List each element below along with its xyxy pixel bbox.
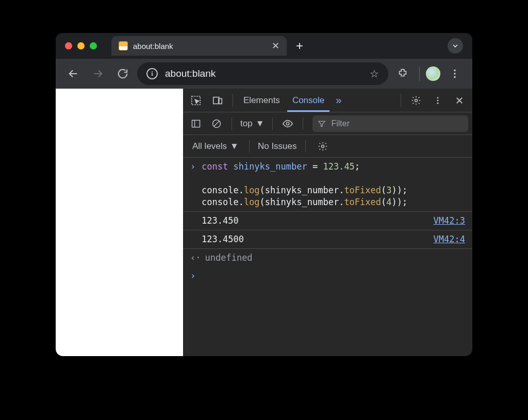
tab-overflow-button[interactable] <box>448 38 463 54</box>
minimize-window-button[interactable] <box>77 42 85 49</box>
svg-point-2 <box>454 70 456 72</box>
toolbar: i about:blank ☆ <box>56 59 472 89</box>
clear-icon <box>211 119 222 129</box>
toolbar-divider <box>419 66 420 81</box>
toggle-sidebar-button[interactable] <box>187 115 205 132</box>
log-source-link[interactable]: VM42:4 <box>434 233 465 245</box>
log-value: 123.4500 <box>202 233 244 245</box>
console-filter-input[interactable]: Filter <box>312 115 468 132</box>
log-source-link[interactable]: VM42:3 <box>434 215 465 227</box>
menu-button[interactable] <box>444 63 465 84</box>
close-window-button[interactable] <box>65 42 72 49</box>
tab-strip: about:blank ✕ + <box>56 33 472 59</box>
devtools-tab-bar: Elements Console » <box>183 89 472 112</box>
execution-context-label: top <box>240 119 253 129</box>
console-log-row: · 123.450 VM42:3 <box>183 212 472 230</box>
svg-point-18 <box>287 122 290 125</box>
kebab-icon <box>449 68 460 79</box>
caret-down-icon: ▼ <box>230 141 239 152</box>
url-text: about:blank <box>165 68 362 79</box>
svg-line-17 <box>214 121 219 126</box>
issues-label: No Issues <box>258 141 297 152</box>
log-levels-label: All levels <box>192 141 227 152</box>
svg-point-9 <box>437 97 439 98</box>
content-area: Elements Console » <box>56 89 472 356</box>
console-code: const shinyks_number = 123.45; console.l… <box>202 161 465 208</box>
svg-point-8 <box>415 99 418 102</box>
return-value: undefined <box>205 252 465 264</box>
execution-context-dropdown[interactable]: top ▼ <box>238 119 266 129</box>
chevron-down-icon <box>451 42 459 50</box>
prompt-input[interactable] <box>202 270 465 282</box>
svg-point-3 <box>454 73 456 75</box>
log-levels-dropdown[interactable]: All levels ▼ <box>190 141 241 152</box>
console-toolbar: top ▼ Filter <box>183 112 472 135</box>
reload-button[interactable] <box>112 63 133 84</box>
svg-point-20 <box>321 145 324 147</box>
svg-point-10 <box>437 99 439 101</box>
kebab-icon <box>433 96 442 105</box>
eye-icon <box>282 118 293 129</box>
input-caret-icon: › <box>190 161 197 208</box>
console-toolbar-secondary: All levels ▼ No Issues <box>183 135 472 158</box>
page-viewport[interactable] <box>56 89 183 356</box>
browser-tab[interactable]: about:blank ✕ <box>111 36 287 56</box>
sidebar-icon <box>191 119 201 129</box>
clear-console-button[interactable] <box>208 115 225 132</box>
gear-icon <box>318 141 328 152</box>
inspect-element-button[interactable] <box>186 91 206 110</box>
site-info-icon[interactable]: i <box>146 68 158 79</box>
live-expression-button[interactable] <box>279 115 296 132</box>
address-bar[interactable]: i about:blank ☆ <box>137 62 388 85</box>
prompt-caret-icon: › <box>190 270 197 282</box>
close-icon <box>455 96 464 105</box>
new-tab-button[interactable]: + <box>296 39 303 53</box>
svg-point-4 <box>454 76 456 78</box>
reload-icon <box>117 68 128 79</box>
caret-down-icon: ▼ <box>256 119 265 129</box>
console-output: › const shinyks_number = 123.45; console… <box>183 158 472 356</box>
console-return-row: ‹· undefined <box>183 249 472 267</box>
devtools-close-button[interactable] <box>450 91 469 110</box>
console-log-row: · 123.4500 VM42:4 <box>183 230 472 249</box>
extensions-button[interactable] <box>392 63 413 84</box>
devtools-menu-button[interactable] <box>428 91 448 110</box>
console-settings-button[interactable] <box>314 138 332 155</box>
log-value: 123.450 <box>202 215 239 227</box>
devtools-settings-button[interactable] <box>406 91 426 110</box>
gear-icon <box>411 95 421 106</box>
tab-title: about:blank <box>133 42 267 51</box>
browser-window: about:blank ✕ + i about:blank ☆ <box>56 33 472 356</box>
console-prompt[interactable]: › <box>183 267 472 285</box>
back-button[interactable] <box>63 63 84 84</box>
bookmark-star-icon[interactable]: ☆ <box>370 68 379 80</box>
svg-point-11 <box>437 102 439 104</box>
filter-icon <box>318 120 326 128</box>
device-icon <box>212 95 223 106</box>
tab-favicon <box>119 41 128 51</box>
arrow-left-icon <box>68 68 79 79</box>
close-tab-icon[interactable]: ✕ <box>272 40 279 52</box>
filter-placeholder: Filter <box>331 119 350 128</box>
return-caret-icon: ‹· <box>190 252 201 264</box>
window-controls <box>65 42 97 49</box>
svg-rect-14 <box>192 120 200 127</box>
arrow-right-icon <box>92 68 104 79</box>
devtools-panel: Elements Console » <box>183 89 472 356</box>
console-input-entry: › const shinyks_number = 123.45; console… <box>183 158 472 212</box>
extension-icon <box>397 68 408 79</box>
device-toolbar-button[interactable] <box>208 91 227 110</box>
profile-avatar[interactable] <box>426 66 440 81</box>
tab-elements[interactable]: Elements <box>238 89 285 112</box>
forward-button[interactable] <box>88 63 108 84</box>
inspect-icon <box>190 95 202 106</box>
maximize-window-button[interactable] <box>90 42 97 49</box>
tabs-overflow-button[interactable]: » <box>332 94 345 106</box>
svg-marker-19 <box>319 121 325 126</box>
tab-console[interactable]: Console <box>287 89 329 112</box>
